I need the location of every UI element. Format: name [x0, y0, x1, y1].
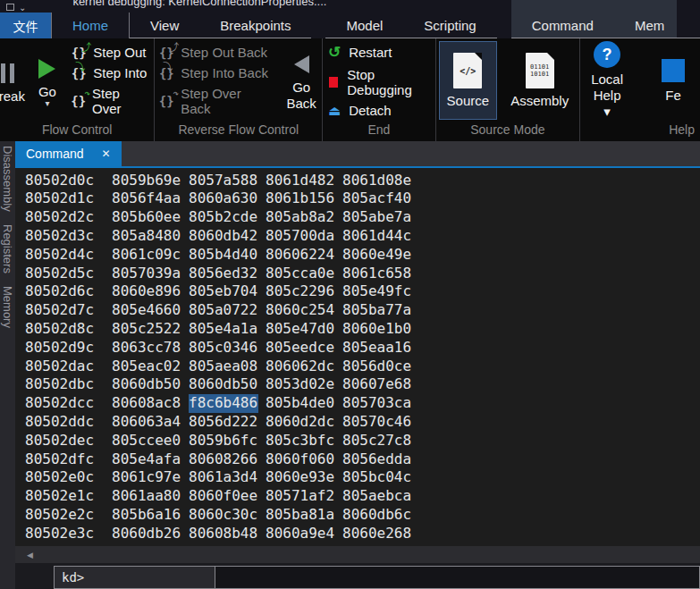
- kd-prompt[interactable]: kd>: [54, 566, 215, 589]
- memory-value[interactable]: 8059b6fc: [189, 432, 258, 450]
- memory-value[interactable]: 805b4d40: [189, 246, 258, 265]
- memory-value[interactable]: 805c27c8: [342, 432, 412, 450]
- memory-value[interactable]: 805acf40: [342, 189, 412, 208]
- memory-value[interactable]: 8060d2dc: [266, 413, 335, 432]
- memory-value[interactable]: 805ab8a2: [266, 208, 335, 227]
- memory-value[interactable]: 805e4afa: [112, 450, 181, 469]
- command-tab[interactable]: Command ✕: [15, 141, 122, 166]
- memory-value[interactable]: 805c3bfc: [266, 432, 335, 450]
- memory-value[interactable]: 805cca0e: [266, 265, 335, 283]
- tab-memory-partial[interactable]: Mem: [614, 13, 677, 38]
- memory-value[interactable]: 805b60ee: [112, 208, 181, 227]
- memory-value[interactable]: 805eaa16: [342, 339, 412, 358]
- side-tab-memory[interactable]: Memory: [1, 286, 14, 328]
- tab-model[interactable]: Model: [325, 13, 403, 38]
- memory-value[interactable]: 8060e268: [342, 525, 412, 543]
- memory-value[interactable]: 8056ed32: [189, 265, 258, 283]
- memory-value[interactable]: 8063cc78: [112, 339, 181, 358]
- memory-value[interactable]: 8056d222: [189, 413, 258, 432]
- memory-value[interactable]: 8061b156: [266, 189, 335, 208]
- memory-value[interactable]: 8060f060: [266, 450, 335, 469]
- memory-value[interactable]: 8060e896: [112, 282, 181, 301]
- memory-value[interactable]: 805a0722: [189, 301, 258, 320]
- tab-file[interactable]: 文件: [0, 13, 51, 38]
- memory-value[interactable]: 8061d08e: [342, 172, 412, 190]
- tab-scripting[interactable]: Scripting: [403, 13, 496, 38]
- memory-value[interactable]: 805abe7a: [342, 208, 412, 227]
- memory-value[interactable]: 805700da: [266, 227, 335, 246]
- memory-value[interactable]: 805e4a1a: [189, 320, 258, 339]
- memory-value[interactable]: 805eedce: [266, 339, 335, 358]
- memory-value[interactable]: 8059b69e: [112, 172, 181, 190]
- memory-value[interactable]: 805eb704: [189, 282, 258, 301]
- source-mode-button[interactable]: </> Source: [439, 41, 498, 120]
- memory-value[interactable]: 8060f0ee: [189, 487, 258, 506]
- tab-view[interactable]: View: [130, 13, 199, 38]
- memory-value[interactable]: 805aea08: [189, 358, 258, 376]
- memory-value[interactable]: 8056f4aa: [112, 189, 181, 208]
- memory-value[interactable]: 8060db6c: [342, 506, 412, 525]
- memory-value[interactable]: 8060e49e: [342, 246, 412, 265]
- memory-value[interactable]: 8061c09c: [112, 246, 181, 265]
- memory-value[interactable]: 8060db50: [112, 375, 181, 394]
- memory-value[interactable]: 80607e68: [342, 375, 412, 394]
- memory-value[interactable]: 805b4de0: [266, 394, 335, 413]
- horizontal-scrollbar[interactable]: ◀: [15, 546, 700, 563]
- memory-value[interactable]: 805b6a16: [112, 506, 181, 525]
- tab-home[interactable]: Home: [51, 13, 130, 38]
- memory-value[interactable]: 805e49fc: [342, 282, 412, 301]
- detach-button[interactable]: ⏏ Detach: [323, 101, 434, 121]
- memory-value[interactable]: 8060c254: [266, 301, 335, 320]
- step-into-button[interactable]: {}⤵ Step Into: [67, 63, 154, 82]
- stop-debugging-button[interactable]: Stop Debugging: [323, 65, 434, 99]
- tab-breakpoints[interactable]: Breakpoints: [199, 13, 311, 38]
- memory-value[interactable]: 805bc04c: [342, 468, 412, 487]
- memory-value[interactable]: 805ccee0: [112, 432, 181, 450]
- memory-value[interactable]: 805c2296: [266, 282, 335, 301]
- step-out-back-button[interactable]: {}⤴ Step Out Back: [155, 43, 281, 62]
- memory-value[interactable]: 8060db50: [189, 375, 258, 394]
- memory-value[interactable]: 80570c46: [342, 413, 412, 432]
- memory-value[interactable]: 805c0346: [189, 339, 258, 358]
- memory-value[interactable]: 8060a630: [189, 189, 258, 208]
- memory-value[interactable]: 8061a3d4: [189, 468, 258, 487]
- tab-command[interactable]: Command: [511, 13, 614, 38]
- side-tab-registers[interactable]: Registers: [1, 224, 14, 273]
- scroll-left-icon[interactable]: ◀: [27, 551, 33, 560]
- quick-access-dropdown-icon[interactable]: ⌄: [19, 4, 26, 12]
- memory-value[interactable]: 8053d02e: [266, 375, 335, 394]
- step-into-back-button[interactable]: {}⤵ Step Into Back: [155, 63, 281, 82]
- memory-value[interactable]: 80608ac8: [112, 394, 181, 413]
- memory-value[interactable]: 8056edda: [342, 450, 412, 469]
- memory-value[interactable]: 8061d44c: [342, 227, 412, 246]
- memory-value[interactable]: 805aebca: [342, 487, 412, 506]
- memory-value[interactable]: 8061c658: [342, 265, 412, 283]
- command-input[interactable]: [215, 566, 700, 589]
- go-button[interactable]: Go ▾: [28, 54, 68, 108]
- memory-value[interactable]: 805e4660: [112, 301, 181, 320]
- step-over-back-button[interactable]: {}↷ Step Over Back: [155, 84, 281, 118]
- memory-value[interactable]: 805e47d0: [266, 320, 335, 339]
- local-help-button[interactable]: ? Local Help ▾: [591, 41, 623, 120]
- memory-value[interactable]: 8057a588: [189, 172, 258, 190]
- memory-value[interactable]: 806063a4: [112, 413, 181, 432]
- close-icon[interactable]: ✕: [102, 147, 111, 160]
- memory-value[interactable]: 8061c97e: [112, 468, 181, 487]
- feedback-button[interactable]: Fe: [646, 59, 700, 103]
- memory-value[interactable]: 8056d0ce: [342, 358, 412, 376]
- memory-value[interactable]: 805703ca: [342, 394, 412, 413]
- memory-value[interactable]: 8060e1b0: [342, 320, 412, 339]
- go-dropdown-icon[interactable]: ▾: [45, 99, 49, 108]
- memory-value[interactable]: 8060e93e: [266, 468, 335, 487]
- restart-button[interactable]: ↺ Restart: [323, 41, 434, 63]
- memory-value[interactable]: 805a8480: [112, 227, 181, 246]
- memory-value[interactable]: 805c2522: [112, 320, 181, 339]
- memory-value[interactable]: 805b2cde: [189, 208, 258, 227]
- memory-value[interactable]: 805eac02: [112, 358, 181, 376]
- memory-value[interactable]: 80571af2: [266, 487, 335, 506]
- break-button[interactable]: Break: [0, 58, 28, 104]
- go-back-button[interactable]: Go Back: [281, 49, 322, 112]
- memory-value[interactable]: 8057039a: [112, 265, 181, 283]
- step-over-button[interactable]: {}↷ Step Over: [67, 84, 154, 118]
- memory-value[interactable]: 8061aa80: [112, 487, 181, 506]
